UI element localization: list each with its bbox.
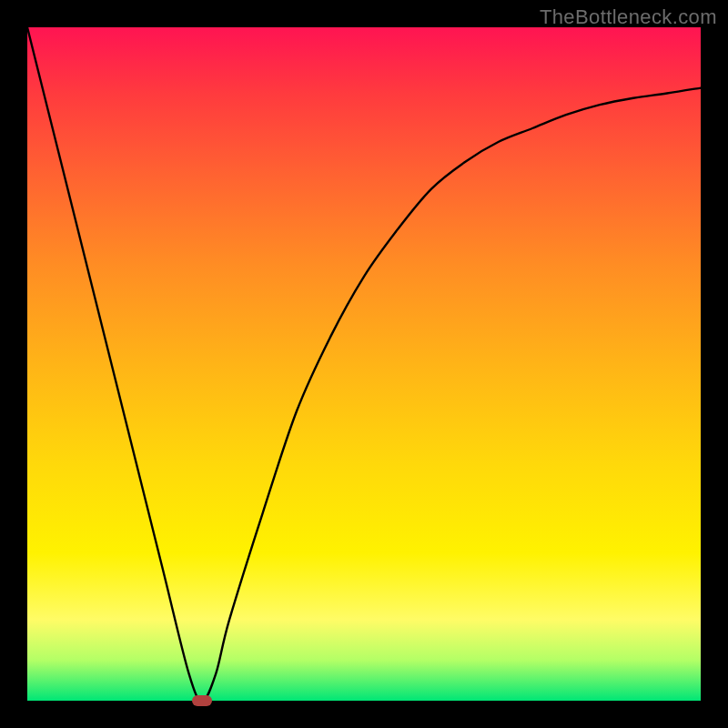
bottleneck-curve bbox=[27, 27, 701, 701]
watermark-text: TheBottleneck.com bbox=[540, 5, 717, 29]
chart-frame: TheBottleneck.com bbox=[0, 0, 728, 728]
min-point-marker bbox=[192, 695, 212, 706]
